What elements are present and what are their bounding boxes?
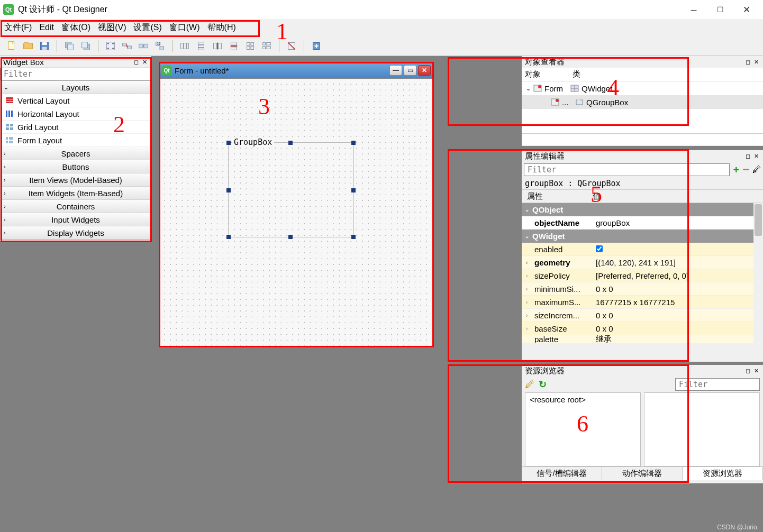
resize-handle-icon[interactable] [226, 141, 231, 145]
property-row[interactable]: palette继承 [522, 335, 763, 343]
svg-rect-56 [6, 137, 8, 140]
property-row[interactable]: ›geometry[(140, 120), 241 x 191] [522, 256, 763, 269]
resize-handle-icon[interactable] [351, 235, 356, 239]
resource-filter[interactable] [675, 378, 760, 391]
tab-action-editor[interactable]: 动作编辑器 [602, 467, 683, 480]
add-property-icon[interactable]: + [733, 164, 739, 176]
edit-widgets-icon[interactable] [103, 39, 118, 53]
maximize-button[interactable]: ☐ [707, 0, 733, 19]
resize-handle-icon[interactable] [226, 188, 231, 192]
layout-grid-icon[interactable] [243, 39, 258, 53]
save-file-icon[interactable] [37, 39, 52, 53]
menu-view[interactable]: 视图(V) [98, 22, 126, 33]
menu-help[interactable]: 帮助(H) [207, 22, 236, 33]
dock-float-icon[interactable]: ◻ [132, 58, 140, 66]
layout-vert-splitter-icon[interactable] [226, 39, 241, 53]
dock-close-icon[interactable]: ✕ [141, 58, 148, 66]
resize-handle-icon[interactable] [288, 235, 293, 239]
resource-tree[interactable]: <resource root> [525, 392, 641, 466]
dock-close-icon[interactable]: ✕ [752, 367, 760, 374]
widget-box-filter[interactable] [0, 68, 151, 80]
bring-front-icon[interactable] [78, 39, 93, 53]
dock-close-icon[interactable]: ✕ [752, 152, 760, 160]
watermark: CSDN @Jurio. [717, 524, 759, 531]
edit-buddies-icon[interactable] [136, 39, 151, 53]
category-spacers[interactable]: ›Spacers [1, 147, 151, 160]
property-row[interactable]: ›maximumS...16777215 x 16777215 [522, 296, 763, 309]
menu-edit[interactable]: Edit [39, 23, 54, 32]
form-maximize-button[interactable]: ▭ [404, 65, 416, 76]
category-buttons[interactable]: ›Buttons [1, 160, 151, 173]
reload-icon[interactable]: ↻ [539, 379, 547, 390]
menu-file[interactable]: 文件(F) [4, 22, 32, 33]
property-row[interactable]: ›minimumSi...0 x 0 [522, 282, 763, 296]
menu-settings[interactable]: 设置(S) [133, 22, 161, 33]
minimize-button[interactable]: ─ [680, 0, 707, 19]
item-horizontal-layout[interactable]: Horizontal Layout [1, 107, 151, 121]
layout-vert-icon[interactable] [194, 39, 208, 53]
property-row[interactable]: ›sizePolicy[Preferred, Preferred, 0, 0] [522, 269, 763, 282]
category-inputwidgets[interactable]: ›Input Widgets [1, 213, 151, 226]
enabled-checkbox[interactable] [596, 245, 603, 252]
qt-logo-icon: Qt [162, 66, 171, 75]
layout-horiz-splitter-icon[interactable] [210, 39, 225, 53]
category-itemwidgets[interactable]: ›Item Widgets (Item-Based) [1, 187, 151, 200]
dock-float-icon[interactable]: ◻ [744, 367, 751, 374]
configure-icon[interactable]: 🖉 [752, 165, 761, 175]
layout-horiz-icon[interactable] [177, 39, 192, 53]
property-row[interactable]: enabled [522, 243, 763, 256]
layout-form-icon[interactable] [259, 39, 274, 53]
property-row[interactable]: ›baseSize0 x 0 [522, 322, 763, 335]
form-close-button[interactable]: ✕ [418, 65, 431, 76]
new-file-icon[interactable] [4, 39, 19, 53]
property-row[interactable]: ›sizeIncrem...0 x 0 [522, 309, 763, 322]
form-minimize-button[interactable]: — [389, 65, 402, 76]
svg-rect-3 [42, 42, 47, 45]
resize-handle-icon[interactable] [226, 235, 231, 239]
dock-close-icon[interactable]: ✕ [752, 58, 760, 66]
property-row[interactable]: objectNamegroupBox [522, 216, 763, 230]
resize-handle-icon[interactable] [351, 141, 356, 145]
form-designer-window[interactable]: Qt Form - untitled* — ▭ ✕ GroupBox [159, 62, 434, 348]
tab-signal-slot[interactable]: 信号/槽编辑器 [522, 467, 602, 480]
property-filter[interactable] [524, 163, 730, 176]
dock-float-icon[interactable]: ◻ [744, 152, 751, 160]
svg-rect-46 [6, 97, 13, 99]
category-itemviews[interactable]: ›Item Views (Model-Based) [1, 173, 151, 187]
form-titlebar[interactable]: Qt Form - untitled* — ▭ ✕ [159, 62, 434, 78]
item-vertical-layout[interactable]: Vertical Layout [1, 94, 151, 107]
open-file-icon[interactable] [21, 39, 35, 53]
property-group-qobject[interactable]: ⌄QObject [522, 203, 763, 216]
break-layout-icon[interactable] [284, 39, 299, 53]
edit-taborder-icon[interactable]: 12 [152, 39, 167, 53]
close-button[interactable]: ✕ [733, 0, 760, 19]
menu-window[interactable]: 窗口(W) [169, 22, 200, 33]
item-form-layout[interactable]: Form Layout [1, 134, 151, 147]
menu-form[interactable]: 窗体(O) [61, 22, 90, 33]
tab-resource-browser[interactable]: 资源浏览器 [683, 467, 763, 480]
object-tree-row[interactable]: ⌄ Form QWidget [522, 81, 763, 95]
edit-signals-icon[interactable] [120, 39, 134, 53]
bottom-tabs: 信号/槽编辑器 动作编辑器 资源浏览器 [522, 466, 763, 480]
edit-resource-icon[interactable]: 🖉 [525, 379, 534, 390]
object-tree-row[interactable]: ... QGroupBox [522, 95, 763, 109]
qgroupbox-icon [575, 98, 584, 106]
groupbox-widget[interactable]: GroupBox [228, 142, 354, 237]
titlebar: Qt Qt 设计师 - Qt Designer ─ ☐ ✕ [0, 0, 763, 19]
toolbar: 12 [0, 36, 763, 56]
property-editor-panel: 属性编辑器 ◻ ✕ + − 🖉 groupBox : QGroupBox 属性 … [522, 150, 763, 362]
category-containers[interactable]: ›Containers [1, 200, 151, 213]
resize-handle-icon[interactable] [288, 141, 293, 145]
category-layouts[interactable]: ⌄Layouts [1, 81, 151, 94]
form-canvas[interactable]: GroupBox [159, 78, 434, 348]
property-scrollbar[interactable] [753, 203, 763, 343]
resize-handle-icon[interactable] [351, 188, 356, 192]
property-group-qwidget[interactable]: ⌄QWidget [522, 230, 763, 243]
dock-float-icon[interactable]: ◻ [744, 58, 751, 66]
adjust-size-icon[interactable] [309, 39, 324, 53]
resource-preview[interactable] [644, 392, 760, 466]
remove-property-icon[interactable]: − [742, 163, 749, 177]
category-displaywidgets[interactable]: ›Display Widgets [1, 226, 151, 240]
send-back-icon[interactable] [62, 39, 77, 53]
item-grid-layout[interactable]: Grid Layout [1, 121, 151, 134]
